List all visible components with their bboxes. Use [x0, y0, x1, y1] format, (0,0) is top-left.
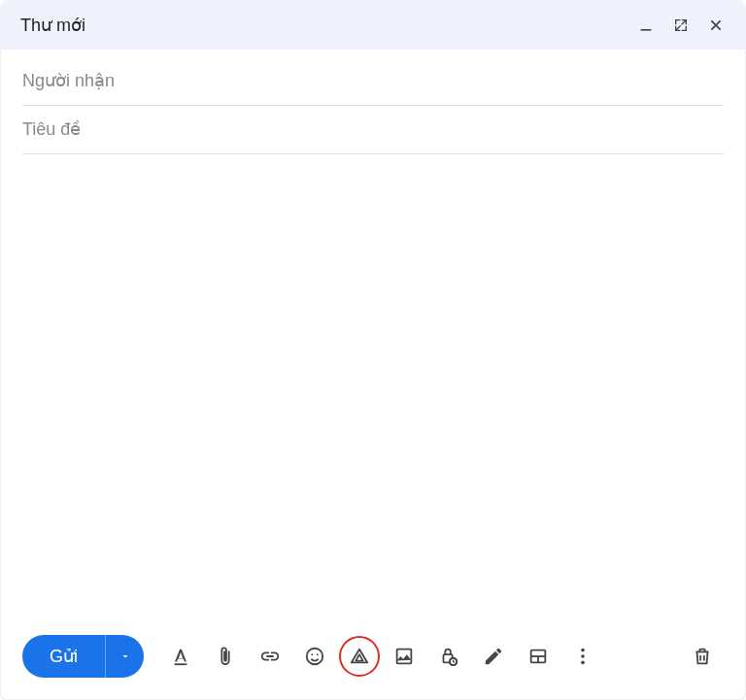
emoji-icon [304, 646, 325, 667]
discard-draft-button[interactable] [681, 635, 724, 678]
svg-marker-1 [681, 19, 687, 25]
send-button[interactable]: Gửi [22, 635, 105, 678]
image-icon [393, 646, 415, 667]
compose-toolbar: Gửi [1, 621, 745, 699]
pen-icon [483, 646, 504, 667]
window-controls [636, 16, 726, 35]
more-vert-icon [572, 646, 593, 667]
fullscreen-button[interactable] [671, 16, 691, 35]
minimize-button[interactable] [636, 16, 656, 35]
layout-button[interactable] [517, 635, 560, 678]
confidential-mode-button[interactable] [427, 635, 470, 678]
send-group: Gửi [22, 635, 144, 678]
insert-drive-button[interactable] [338, 635, 381, 678]
compose-window: Thư mới Gửi [0, 0, 746, 700]
svg-rect-5 [175, 663, 187, 665]
compose-title: Thư mới [20, 15, 85, 36]
svg-point-6 [307, 649, 323, 665]
svg-point-8 [317, 653, 319, 655]
insert-emoji-button[interactable] [293, 635, 336, 678]
compose-fields [1, 50, 745, 154]
fullscreen-icon [673, 17, 689, 33]
minimize-icon [638, 17, 654, 33]
paperclip-icon [215, 646, 236, 667]
send-options-button[interactable] [105, 635, 144, 678]
subject-field [22, 106, 724, 154]
compose-header: Thư mới [1, 1, 745, 50]
svg-point-17 [581, 654, 585, 658]
formatting-button[interactable] [159, 635, 202, 678]
insert-signature-button[interactable] [472, 635, 515, 678]
drive-icon [349, 646, 370, 667]
svg-point-18 [581, 661, 585, 665]
more-options-button[interactable] [561, 635, 604, 678]
message-body[interactable] [1, 154, 745, 621]
svg-point-7 [311, 653, 313, 655]
attach-button[interactable] [204, 635, 247, 678]
trash-icon [692, 646, 713, 667]
insert-link-button[interactable] [249, 635, 291, 678]
layout-icon [527, 646, 549, 667]
insert-photo-button[interactable] [383, 635, 425, 678]
chevron-down-icon [119, 650, 131, 662]
subject-input[interactable] [22, 119, 724, 140]
recipients-field [22, 57, 724, 106]
svg-marker-2 [675, 25, 681, 31]
svg-point-16 [581, 649, 585, 652]
link-icon [259, 646, 281, 667]
close-button[interactable] [706, 16, 726, 35]
lock-clock-icon [438, 646, 459, 667]
svg-rect-0 [641, 29, 652, 31]
recipients-input[interactable] [22, 71, 724, 91]
text-format-icon [170, 646, 191, 667]
svg-rect-9 [397, 650, 412, 664]
close-icon [708, 17, 724, 33]
